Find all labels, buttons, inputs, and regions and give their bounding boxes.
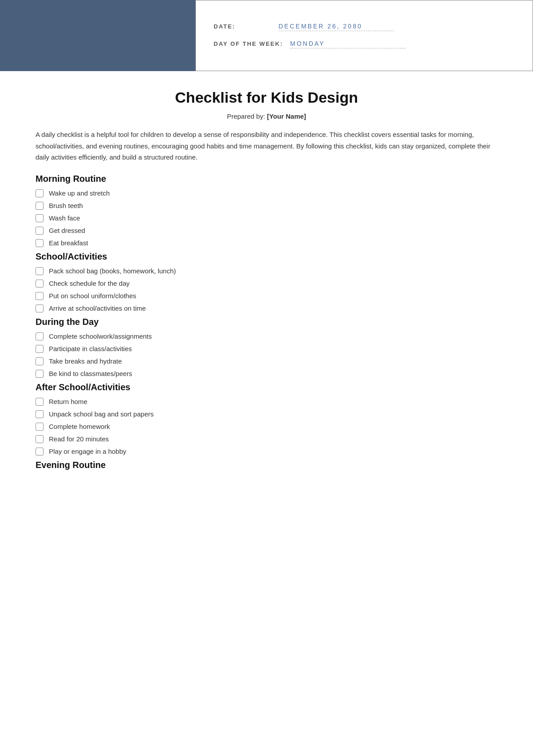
list-item: Read for 20 minutes: [36, 435, 497, 443]
list-item-text: Participate in class/activities: [49, 345, 132, 352]
list-item-text: Complete schoolwork/assignments: [49, 332, 152, 340]
checkbox-icon[interactable]: [36, 267, 44, 275]
checklist-3: Return homeUnpack school bag and sort pa…: [36, 398, 497, 456]
date-label: DATE:: [214, 23, 271, 30]
list-item: Arrive at school/activities on time: [36, 304, 497, 312]
section-title-3: After School/Activities: [36, 382, 497, 392]
list-item-text: Get dressed: [49, 227, 85, 234]
list-item: Complete homework: [36, 423, 497, 431]
list-item-text: Take breaks and hydrate: [49, 357, 122, 365]
date-row: DATE: DECEMBER 26, 2080: [214, 23, 515, 31]
list-item-text: Put on school uniform/clothes: [49, 292, 136, 300]
checkbox-icon[interactable]: [36, 410, 44, 418]
prepared-by: Prepared by: [Your Name]: [36, 112, 497, 120]
list-item: Check schedule for the day: [36, 280, 497, 288]
section-title-0: Morning Routine: [36, 174, 497, 184]
checkbox-icon[interactable]: [36, 214, 44, 222]
checkbox-icon[interactable]: [36, 357, 44, 365]
date-value: DECEMBER 26, 2080: [278, 23, 394, 31]
checklist-1: Pack school bag (books, homework, lunch)…: [36, 267, 497, 312]
list-item: Return home: [36, 398, 497, 406]
list-item: Wash face: [36, 214, 497, 222]
checkbox-icon[interactable]: [36, 280, 44, 288]
list-item: Eat breakfast: [36, 239, 497, 247]
checklist-2: Complete schoolwork/assignmentsParticipa…: [36, 332, 497, 378]
checkbox-icon[interactable]: [36, 189, 44, 197]
list-item: Wake up and stretch: [36, 189, 497, 197]
sections-container: Morning RoutineWake up and stretchBrush …: [36, 174, 497, 470]
list-item-text: Complete homework: [49, 423, 110, 430]
page: DATE: DECEMBER 26, 2080 DAY OF THE WEEK:…: [0, 0, 533, 756]
intro-text: A daily checklist is a helpful tool for …: [36, 129, 497, 163]
list-item: Take breaks and hydrate: [36, 357, 497, 365]
list-item-text: Pack school bag (books, homework, lunch): [49, 267, 176, 275]
main-content: Checklist for Kids Design Prepared by: […: [0, 89, 533, 502]
section-title-4: Evening Routine: [36, 460, 497, 470]
list-item-text: Be kind to classmates/peers: [49, 370, 132, 377]
list-item: Put on school uniform/clothes: [36, 292, 497, 300]
list-item: Brush teeth: [36, 202, 497, 210]
list-item: Unpack school bag and sort papers: [36, 410, 497, 418]
header-blue-block: [0, 0, 195, 71]
checkbox-icon[interactable]: [36, 202, 44, 210]
list-item-text: Arrive at school/activities on time: [49, 304, 146, 312]
day-value: MONDAY: [290, 40, 406, 48]
list-item-text: Read for 20 minutes: [49, 435, 109, 443]
day-row: DAY OF THE WEEK: MONDAY: [214, 40, 515, 48]
list-item-text: Play or engage in a hobby: [49, 448, 126, 455]
list-item-text: Eat breakfast: [49, 239, 88, 247]
list-item: Complete schoolwork/assignments: [36, 332, 497, 340]
section-title-2: During the Day: [36, 317, 497, 327]
list-item: Pack school bag (books, homework, lunch): [36, 267, 497, 275]
list-item-text: Brush teeth: [49, 202, 83, 209]
checkbox-icon[interactable]: [36, 304, 44, 312]
list-item: Play or engage in a hobby: [36, 448, 497, 456]
list-item: Get dressed: [36, 227, 497, 235]
list-item: Be kind to classmates/peers: [36, 370, 497, 378]
prepared-by-name: [Your Name]: [267, 112, 306, 120]
list-item: Participate in class/activities: [36, 345, 497, 353]
list-item-text: Wash face: [49, 214, 80, 222]
checkbox-icon[interactable]: [36, 435, 44, 443]
prepared-by-prefix: Prepared by:: [227, 112, 267, 120]
list-item-text: Return home: [49, 398, 88, 405]
checkbox-icon[interactable]: [36, 239, 44, 247]
checkbox-icon[interactable]: [36, 292, 44, 300]
checkbox-icon[interactable]: [36, 423, 44, 431]
list-item-text: Check schedule for the day: [49, 280, 130, 287]
checkbox-icon[interactable]: [36, 370, 44, 378]
checkbox-icon[interactable]: [36, 332, 44, 340]
checkbox-icon[interactable]: [36, 398, 44, 406]
page-title: Checklist for Kids Design: [36, 89, 497, 106]
checkbox-icon[interactable]: [36, 345, 44, 353]
day-label: DAY OF THE WEEK:: [214, 40, 283, 47]
checkbox-icon[interactable]: [36, 227, 44, 235]
list-item-text: Unpack school bag and sort papers: [49, 410, 154, 418]
header: DATE: DECEMBER 26, 2080 DAY OF THE WEEK:…: [0, 0, 533, 71]
header-info: DATE: DECEMBER 26, 2080 DAY OF THE WEEK:…: [195, 0, 533, 71]
list-item-text: Wake up and stretch: [49, 189, 110, 197]
section-title-1: School/Activities: [36, 252, 497, 262]
checkbox-icon[interactable]: [36, 448, 44, 456]
checklist-0: Wake up and stretchBrush teethWash faceG…: [36, 189, 497, 247]
